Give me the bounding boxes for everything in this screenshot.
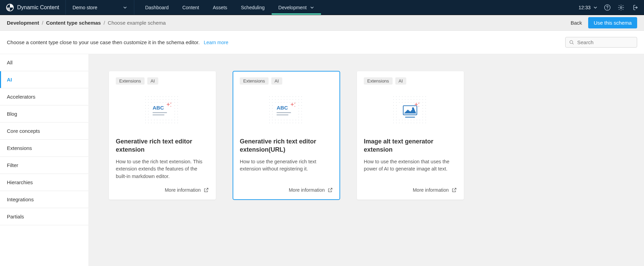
- card-description: How to use the rich text extension. This…: [116, 158, 209, 180]
- svg-point-41: [145, 105, 146, 106]
- svg-point-361: [417, 120, 417, 121]
- svg-point-5: [145, 97, 146, 97]
- schema-card[interactable]: ExtensionsAIImage alt text generator ext…: [357, 71, 464, 200]
- svg-point-8: [154, 97, 155, 97]
- svg-point-66: [148, 111, 149, 112]
- svg-point-358: [408, 120, 409, 121]
- use-schema-button[interactable]: Use this schema: [588, 17, 637, 28]
- svg-point-42: [148, 105, 149, 106]
- nav-tab-development[interactable]: Development: [272, 0, 321, 15]
- svg-point-22: [160, 99, 161, 100]
- sidebar-item-all[interactable]: All: [0, 54, 88, 71]
- svg-point-288: [414, 102, 414, 103]
- sidebar-item-core-concepts[interactable]: Core concepts: [0, 123, 88, 140]
- search-input[interactable]: [577, 39, 642, 45]
- nav-tab-content[interactable]: Content: [175, 0, 206, 15]
- svg-point-286: [408, 102, 409, 103]
- schema-card[interactable]: ExtensionsAIABCGenerative rich text edit…: [109, 71, 216, 200]
- svg-point-30: [148, 102, 149, 103]
- breadcrumb-link[interactable]: Development: [7, 20, 39, 26]
- svg-point-120: [166, 123, 166, 123]
- svg-point-366: [396, 123, 397, 123]
- nav-tab-scheduling[interactable]: Scheduling: [234, 0, 271, 15]
- svg-point-14: [172, 97, 172, 97]
- svg-point-340: [425, 114, 426, 115]
- more-information-link[interactable]: More information: [364, 187, 457, 193]
- hub-switcher[interactable]: Demo store: [66, 0, 134, 15]
- content-area: ExtensionsAIABCGenerative rich text edit…: [88, 54, 644, 266]
- svg-point-39: [174, 102, 175, 103]
- sidebar-item-partials[interactable]: Partials: [0, 208, 88, 225]
- back-button[interactable]: Back: [571, 20, 582, 26]
- svg-point-107: [163, 120, 163, 121]
- sidebar-item-blog[interactable]: Blog: [0, 105, 88, 123]
- svg-point-145: [275, 99, 276, 100]
- learn-more-link[interactable]: Learn more: [204, 40, 228, 45]
- svg-point-342: [396, 117, 397, 117]
- svg-point-76: [177, 111, 178, 112]
- svg-point-103: [151, 120, 152, 121]
- hub-name: Demo store: [73, 5, 97, 10]
- svg-point-143: [269, 99, 270, 100]
- svg-point-267: [422, 97, 423, 97]
- sidebar-item-extensions[interactable]: Extensions: [0, 140, 88, 157]
- svg-point-26: [172, 99, 172, 100]
- svg-point-276: [414, 99, 414, 100]
- svg-point-284: [402, 102, 403, 103]
- search-box[interactable]: [565, 37, 637, 48]
- svg-point-146: [278, 99, 279, 100]
- svg-point-77: [145, 114, 146, 115]
- tag: AI: [147, 77, 158, 85]
- logout-icon[interactable]: [631, 4, 639, 11]
- svg-point-3: [620, 7, 622, 8]
- svg-point-64: [177, 108, 178, 109]
- svg-point-279: [422, 99, 423, 100]
- chevron-down-icon: [123, 5, 127, 10]
- svg-point-270: [396, 99, 397, 100]
- sidebar-item-ai[interactable]: AI: [0, 71, 88, 88]
- svg-point-318: [396, 111, 397, 112]
- svg-point-373: [417, 123, 417, 123]
- svg-point-280: [425, 99, 426, 100]
- sidebar-item-integrations[interactable]: Integrations: [0, 191, 88, 208]
- svg-point-237: [298, 120, 299, 121]
- svg-point-201: [298, 111, 299, 112]
- svg-point-101: [145, 120, 146, 121]
- svg-point-369: [405, 123, 406, 123]
- nav-tab-label: Development: [278, 5, 307, 10]
- svg-point-376: [425, 123, 426, 123]
- svg-point-329: [393, 114, 394, 115]
- svg-point-235: [293, 120, 293, 121]
- gear-icon[interactable]: [617, 4, 625, 11]
- svg-point-104: [154, 120, 155, 121]
- svg-point-330: [396, 114, 397, 115]
- schema-card[interactable]: ExtensionsAIABCGenerative rich text edit…: [233, 71, 340, 200]
- more-information-link[interactable]: More information: [240, 187, 333, 193]
- svg-point-118: [160, 123, 161, 123]
- clock-switcher[interactable]: 12:33: [579, 5, 597, 10]
- svg-point-203: [269, 114, 270, 115]
- breadcrumb-link[interactable]: Content type schemas: [46, 20, 101, 26]
- svg-point-140: [296, 97, 296, 97]
- nav-tab-dashboard[interactable]: Dashboard: [138, 0, 176, 15]
- svg-rect-380: [405, 117, 415, 117]
- svg-point-305: [393, 108, 394, 109]
- info-text: Choose a content type close to your use …: [7, 39, 200, 45]
- sidebar-item-hierarchies[interactable]: Hierarchies: [0, 174, 88, 191]
- sidebar-item-filter[interactable]: Filter: [0, 157, 88, 174]
- tag: AI: [271, 77, 282, 85]
- svg-point-137: [287, 97, 287, 97]
- nav-tab-assets[interactable]: Assets: [206, 0, 234, 15]
- svg-point-24: [166, 99, 166, 100]
- svg-point-20: [154, 99, 155, 100]
- more-information-link[interactable]: More information: [116, 187, 209, 193]
- svg-point-328: [425, 111, 426, 112]
- svg-point-243: [281, 123, 282, 123]
- svg-point-271: [399, 99, 400, 100]
- svg-point-130: [171, 106, 171, 107]
- svg-point-131: [269, 97, 270, 97]
- help-icon[interactable]: [604, 4, 611, 11]
- svg-point-283: [399, 102, 400, 103]
- svg-point-234: [290, 120, 290, 121]
- sidebar-item-accelerators[interactable]: Accelerators: [0, 88, 88, 105]
